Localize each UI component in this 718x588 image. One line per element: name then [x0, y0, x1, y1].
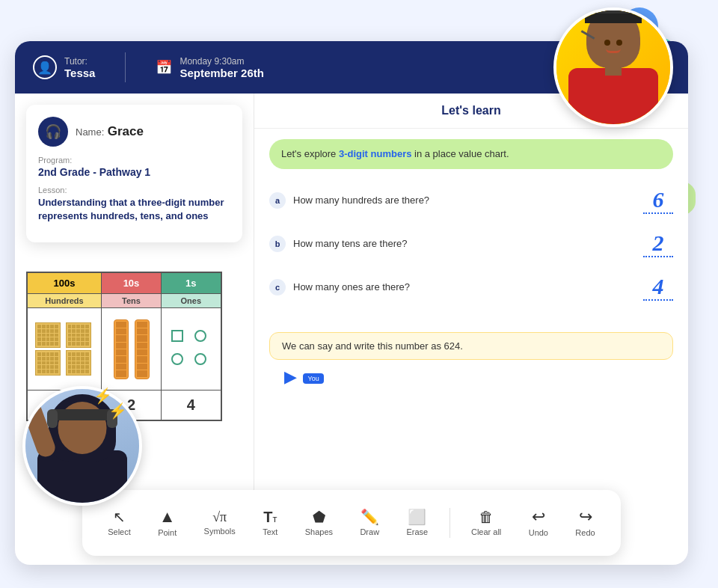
- toolbar-divider: [449, 508, 450, 538]
- right-panel: Let's learn Let's explore 3-digit number…: [254, 94, 688, 497]
- ones-dot-2: [194, 330, 206, 342]
- draw-label: Draw: [360, 527, 379, 536]
- point-tool[interactable]: ▲ Point: [152, 504, 182, 542]
- summary-bubble: We can say and write this number as 624.: [269, 332, 673, 360]
- table-header-row: 100s 10s 1s: [27, 272, 221, 294]
- lightning-decoration-2: ⚡: [108, 402, 127, 420]
- redo-icon: ↪: [579, 509, 592, 525]
- date-details: Monday 9:30am September 26th: [180, 56, 264, 79]
- student-name-area: Name: Grace: [76, 124, 144, 139]
- question-text-a: How many hundreds are there?: [293, 195, 636, 206]
- instruction-highlight: 3-digit numbers: [339, 148, 412, 159]
- text-tool[interactable]: Tт Text: [257, 505, 283, 541]
- question-row-b: b How many tens are there? 2: [269, 230, 673, 257]
- question-answer-c: 4: [643, 274, 673, 301]
- ones-number: 4: [162, 391, 221, 421]
- erase-icon: ⬜: [408, 509, 426, 524]
- toolbar: ↖ Select ▲ Point √π Symbols Tт Text ⬟ Sh…: [82, 490, 621, 556]
- ones-dots: [171, 330, 210, 369]
- tens-sub: Tens: [102, 294, 162, 308]
- student-name-label: Name:: [76, 126, 104, 138]
- ones-dot-4: [194, 353, 206, 365]
- lesson-title: Understanding that a three-digit number …: [38, 196, 230, 223]
- question-answer-b: 2: [643, 230, 673, 257]
- cursor-area: ▶ You: [284, 367, 688, 387]
- tutor-info: 👤 Tutor: Tessa: [33, 55, 95, 79]
- select-icon: ↖: [113, 509, 126, 524]
- shapes-tool[interactable]: ⬟ Shapes: [299, 505, 339, 541]
- ones-sub: Ones: [162, 294, 221, 308]
- draw-tool[interactable]: ✏️ Draw: [354, 505, 385, 541]
- summary-text: We can say and write this number as 624.: [282, 340, 463, 352]
- instruction-text-after: in a place value chart.: [411, 148, 509, 159]
- header-divider: [125, 52, 126, 82]
- tens-cell: [102, 308, 162, 391]
- tutor-avatar: [553, 7, 673, 127]
- question-label-c: c: [269, 279, 286, 295]
- symbols-label: Symbols: [204, 527, 236, 536]
- instruction-bubble: Let's explore 3-digit numbers in a place…: [269, 139, 673, 169]
- clearall-tool[interactable]: 🗑 Clear all: [465, 505, 507, 541]
- question-label-a: a: [269, 192, 286, 209]
- question-text-c: How many ones are there?: [293, 281, 636, 293]
- hundreds-sub: Hundreds: [27, 294, 102, 308]
- select-tool[interactable]: ↖ Select: [102, 505, 137, 541]
- ones-dot-3: [171, 353, 183, 365]
- point-label: Point: [158, 528, 177, 537]
- erase-tool[interactable]: ⬜ Erase: [400, 505, 434, 541]
- grid-block-1: [35, 322, 61, 348]
- undo-icon: ↩: [532, 509, 545, 525]
- tutor-name: Tessa: [64, 67, 95, 79]
- select-label: Select: [108, 527, 131, 536]
- question-row-c: c How many ones are there? 4: [269, 274, 673, 301]
- instruction-text-before: Let's explore: [281, 148, 339, 159]
- ones-dot-1: [171, 330, 183, 342]
- undo-tool[interactable]: ↩ Undo: [523, 504, 554, 542]
- grid-block-2: [66, 322, 91, 348]
- lesson-section: Lesson: Understanding that a three-digit…: [38, 186, 230, 223]
- text-icon: Tт: [263, 509, 277, 524]
- tutor-label: Tutor:: [64, 56, 95, 67]
- undo-label: Undo: [529, 528, 548, 537]
- question-answer-a: 6: [643, 187, 673, 214]
- symbols-tool[interactable]: √π Symbols: [198, 506, 242, 540]
- tutor-details: Tutor: Tessa: [64, 56, 95, 79]
- date-day: Monday 9:30am: [180, 56, 264, 67]
- date-info: 📅 Monday 9:30am September 26th: [156, 56, 264, 79]
- question-label-b: b: [269, 236, 286, 252]
- tens-bar-1: [114, 319, 129, 379]
- cursor-arrow-icon: ▶: [284, 367, 297, 386]
- tens-bar-2: [135, 319, 150, 379]
- program-section: Program: 2nd Grade - Pathway 1: [38, 156, 230, 178]
- you-badge: You: [303, 373, 323, 384]
- draw-icon: ✏️: [360, 509, 379, 524]
- ones-cell: [162, 308, 221, 391]
- program-value: 2nd Grade - Pathway 1: [38, 166, 230, 178]
- grid-block-4: [66, 350, 91, 376]
- text-label: Text: [263, 527, 277, 536]
- student-header: 🎧 Name: Grace: [38, 117, 230, 147]
- program-label: Program:: [38, 156, 230, 165]
- calendar-icon: 📅: [156, 59, 172, 76]
- student-avatar-icon: 🎧: [38, 117, 68, 147]
- date-full: September 26th: [180, 67, 264, 79]
- shapes-icon: ⬟: [313, 509, 325, 524]
- grid-block-3: [35, 350, 61, 376]
- tens-bars: [109, 316, 153, 382]
- lesson-label: Lesson:: [38, 186, 230, 195]
- hundreds-grids: [35, 322, 93, 376]
- question-text-b: How many tens are there?: [293, 238, 636, 249]
- questions-area: a How many hundreds are there? 6 b How m…: [254, 180, 688, 325]
- symbols-icon: √π: [212, 510, 227, 524]
- point-icon: ▲: [159, 509, 176, 525]
- table-subheader-row: Hundreds Tens Ones: [27, 294, 221, 308]
- clearall-label: Clear all: [471, 527, 501, 536]
- hundreds-cell: [27, 308, 102, 391]
- redo-label: Redo: [575, 528, 595, 537]
- table-content-row: [27, 308, 221, 391]
- student-card: 🎧 Name: Grace Program: 2nd Grade - Pathw…: [26, 105, 242, 242]
- hundreds-header: 100s: [27, 272, 102, 294]
- clearall-icon: 🗑: [479, 509, 494, 524]
- erase-label: Erase: [406, 527, 428, 536]
- redo-tool[interactable]: ↪ Redo: [569, 504, 601, 542]
